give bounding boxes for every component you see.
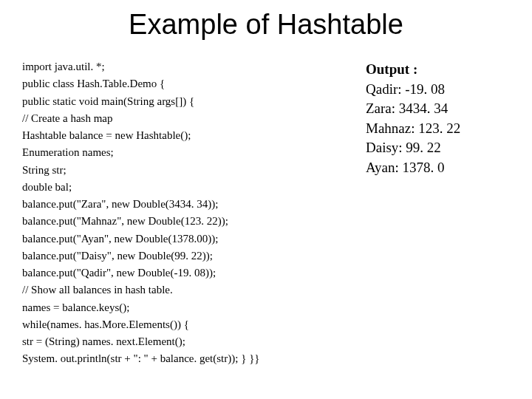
code-line: balance.put("Qadir", new Double(-19. 08)… [22, 265, 336, 282]
code-line: String str; [22, 162, 336, 179]
code-line: Hashtable balance = new Hashtable(); [22, 127, 336, 144]
code-line: balance.put("Ayan", new Double(1378.00))… [22, 231, 336, 248]
output-line: Ayan: 1378. 0 [366, 158, 510, 178]
code-line: str = (String) names. next.Element(); [22, 333, 336, 350]
output-line: Mahnaz: 123. 22 [366, 119, 510, 139]
output-heading: Output : [366, 60, 510, 80]
code-line: // Show all balances in hash table. [22, 282, 336, 299]
code-block: import java.util. *; public class Hash.T… [22, 58, 336, 368]
output-line: Daisy: 99. 22 [366, 138, 510, 158]
slide-title: Example of Hashtable [22, 9, 510, 41]
code-line: public static void main(String args[]) { [22, 93, 336, 110]
code-line: double bal; [22, 179, 336, 196]
code-line: // Create a hash map [22, 110, 336, 127]
code-line: public class Hash.Table.Demo { [22, 75, 336, 92]
output-block: Output : Qadir: -19. 08 Zara: 3434. 34 M… [366, 58, 510, 368]
content-area: import java.util. *; public class Hash.T… [22, 58, 510, 368]
code-line: balance.put("Zara", new Double(3434. 34)… [22, 196, 336, 213]
code-line: import java.util. *; [22, 58, 336, 75]
code-line: while(names. has.More.Elements()) { [22, 316, 336, 333]
output-line: Zara: 3434. 34 [366, 99, 510, 119]
code-line: balance.put("Mahnaz", new Double(123. 22… [22, 213, 336, 230]
code-line: System. out.println(str + ": " + balance… [22, 350, 336, 367]
code-line: Enumeration names; [22, 144, 336, 161]
code-line: balance.put("Daisy", new Double(99. 22))… [22, 248, 336, 265]
code-line: names = balance.keys(); [22, 299, 336, 316]
output-line: Qadir: -19. 08 [366, 80, 510, 100]
